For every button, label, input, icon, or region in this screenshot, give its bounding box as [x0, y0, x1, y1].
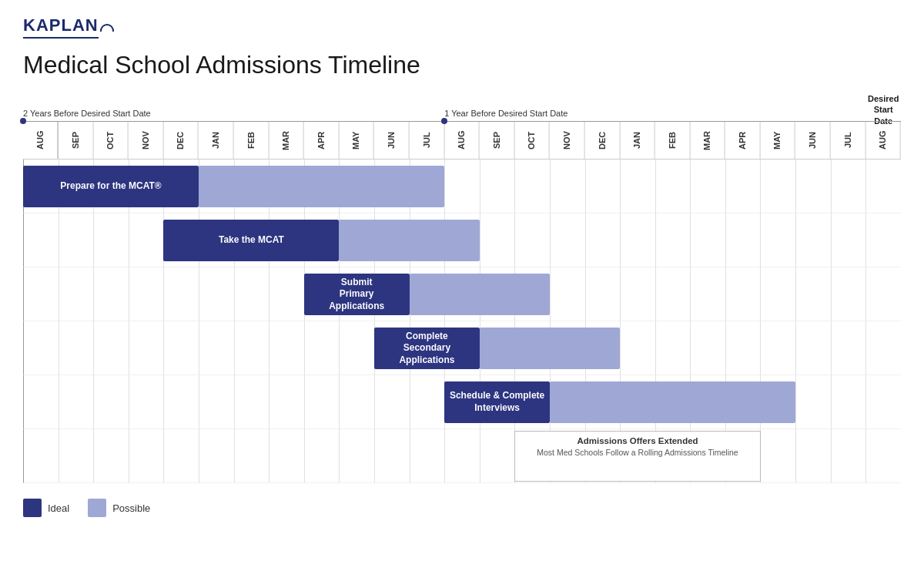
gantt-bg-cell	[23, 321, 59, 375]
gantt-bg-cell	[269, 375, 304, 429]
gantt-bg-cell	[865, 375, 901, 429]
gantt-bg-cell	[760, 321, 795, 375]
month-cell-APR-8: APR	[304, 122, 340, 159]
admissions-box: Admissions Offers ExtendedMost Med Schoo…	[514, 431, 760, 482]
month-cell-NOV-3: NOV	[129, 122, 164, 159]
period-label-right: 1 Year Before Desired Start Date	[444, 109, 567, 118]
gantt-bg-cell	[163, 429, 199, 483]
gantt-bg-cell	[831, 213, 866, 267]
month-cell-MAR-7: MAR	[269, 122, 304, 159]
gantt-bg-cell	[269, 321, 304, 375]
month-cell-AUG-24: AUG	[865, 122, 901, 159]
gantt-bg-cell	[23, 213, 59, 267]
gantt-bg-cell	[760, 213, 795, 267]
gantt-bg-cell	[304, 321, 340, 375]
gantt-bg-cell	[234, 429, 270, 483]
gantt-bg-cell	[655, 267, 691, 321]
logo-text: KAPLAN	[23, 15, 99, 39]
gantt-bg-cell	[831, 375, 866, 429]
gantt-bar-9	[550, 381, 795, 423]
gantt-bar-4: Submit Primary Applications	[304, 274, 410, 315]
month-cell-JUL-23: JUL	[831, 122, 866, 159]
gantt-bg-cell	[655, 213, 691, 267]
gantt-bg-cell	[514, 160, 550, 213]
gantt-bg-cell	[725, 321, 761, 375]
gantt-bg-cell	[163, 321, 199, 375]
gantt-bar-5	[410, 274, 550, 315]
gantt-bg-cell	[795, 160, 831, 213]
gantt-bg-cell	[304, 429, 340, 483]
page-title: Medical School Admissions Timeline	[23, 51, 901, 79]
legend: IdealPossible	[23, 499, 901, 517]
gantt-bg-cell	[410, 375, 445, 429]
gantt-bg-cell	[550, 160, 585, 213]
gantt-bg-cell	[339, 321, 374, 375]
gantt-bar-6: Complete Secondary Applications	[374, 328, 480, 369]
gantt-bg-cell	[444, 160, 480, 213]
timeline-wrapper: 2 Years Before Desired Start Date 1 Year…	[23, 93, 901, 517]
gantt-bg-cell	[795, 429, 831, 483]
legend-item: Possible	[88, 499, 150, 517]
legend-color-box	[23, 499, 42, 517]
month-cell-FEB-6: FEB	[234, 122, 270, 159]
gantt-bg-cell	[760, 429, 795, 483]
month-cell-JUN-22: JUN	[795, 122, 831, 159]
gantt-bg-cell	[59, 375, 94, 429]
gantt-bg-cell	[129, 375, 164, 429]
month-cell-OCT-2: OCT	[93, 122, 129, 159]
month-cell-JUN-10: JUN	[374, 122, 410, 159]
gantt-bar-0: Prepare for the MCAT®	[23, 166, 199, 207]
gantt-bg-cell	[725, 213, 761, 267]
gantt-bg-cell	[865, 321, 901, 375]
gantt-bg-cell	[129, 321, 164, 375]
legend-label: Possible	[112, 502, 150, 514]
gantt-bg-cell	[550, 213, 585, 267]
gantt-bg-cell	[339, 375, 374, 429]
month-cell-MAY-9: MAY	[339, 122, 374, 159]
gantt-bg-cell	[865, 160, 901, 213]
legend-item: Ideal	[23, 499, 69, 517]
gantt-bg-cell	[269, 267, 304, 321]
gantt-bg-cell	[480, 429, 515, 483]
gantt-bg-cell	[690, 321, 725, 375]
gantt-bg-cell	[59, 267, 94, 321]
gantt-bg-cell	[725, 160, 761, 213]
gantt-bar-2: Take the MCAT	[163, 220, 339, 261]
legend-color-box	[88, 499, 106, 517]
gantt-bg-cell	[865, 429, 901, 483]
period-label-left: 2 Years Before Desired Start Date	[23, 109, 151, 118]
month-cell-JAN-5: JAN	[199, 122, 234, 159]
month-cell-NOV-15: NOV	[550, 122, 585, 159]
gantt-bar-3	[339, 220, 479, 261]
gantt-bg-cell	[831, 429, 866, 483]
gantt-bg-cell	[831, 321, 866, 375]
gantt-bg-cell	[444, 429, 480, 483]
gantt-bg-cell	[760, 267, 795, 321]
admissions-box-title: Admissions Offers Extended	[523, 436, 752, 445]
month-cell-JAN-17: JAN	[620, 122, 655, 159]
gantt-bg-cell	[59, 321, 94, 375]
logo-arc	[100, 24, 114, 32]
month-cell-AUG-12: AUG	[444, 122, 480, 159]
period-dot-left	[20, 118, 26, 124]
gantt-bg-cell	[795, 267, 831, 321]
gantt-bg-cell	[129, 267, 164, 321]
gantt-bg-cell	[514, 213, 550, 267]
gantt-bg-cell	[163, 267, 199, 321]
legend-label: Ideal	[48, 502, 69, 514]
gantt-bg-cell	[93, 375, 129, 429]
gantt-bg-cell	[865, 213, 901, 267]
gantt-bg-cell	[550, 267, 585, 321]
month-cell-SEP-13: SEP	[480, 122, 515, 159]
gantt-bg-cell	[234, 267, 270, 321]
gantt-bg-cell	[269, 429, 304, 483]
gantt-bg-cell	[59, 213, 94, 267]
gantt-bg-cell	[199, 375, 234, 429]
month-cell-JUL-11: JUL	[410, 122, 445, 159]
gantt-bar-7	[480, 328, 620, 369]
gantt-bg-cell	[129, 213, 164, 267]
month-cell-OCT-14: OCT	[514, 122, 550, 159]
gantt-bg-cell	[795, 321, 831, 375]
gantt-bg-cell	[93, 321, 129, 375]
gantt-bg-cell	[760, 160, 795, 213]
